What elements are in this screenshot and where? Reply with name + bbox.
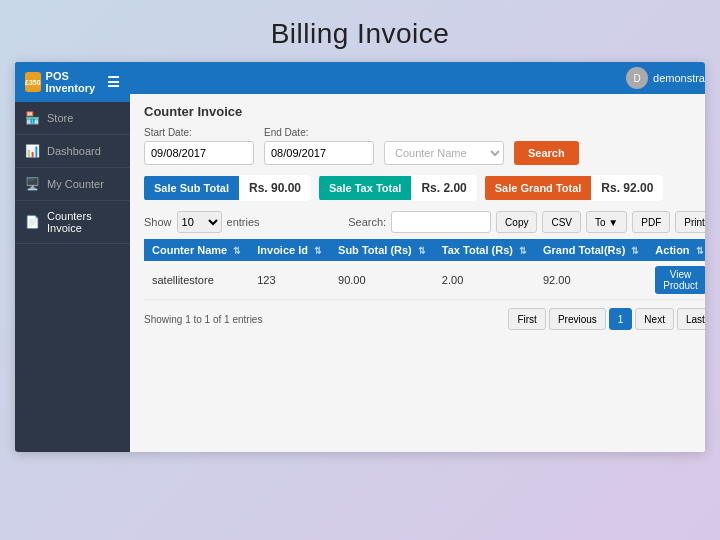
sidebar-item-store[interactable]: 🏪 Store <box>15 102 130 135</box>
sidebar-item-counters-invoice-label: Counters Invoice <box>47 210 120 234</box>
topbar-user: D demonstrator <box>626 67 705 89</box>
page-buttons: First Previous 1 Next Last <box>508 308 705 330</box>
next-page-button[interactable]: Next <box>635 308 674 330</box>
sidebar-logo: £350 <box>25 72 41 92</box>
start-date-input[interactable] <box>144 141 254 165</box>
search-label: Search: <box>348 216 386 228</box>
table-head: Counter Name ⇅ Invoice Id ⇅ Sub Total (R… <box>144 239 705 261</box>
col-action: Action ⇅ <box>647 239 705 261</box>
sidebar-item-store-label: Store <box>47 112 73 124</box>
cell-grand-total: 92.00 <box>535 261 647 300</box>
col-invoice-id: Invoice Id ⇅ <box>249 239 330 261</box>
csv-button[interactable]: CSV <box>542 211 581 233</box>
current-page-button[interactable]: 1 <box>609 308 633 330</box>
sort-icon-sub: ⇅ <box>418 246 426 256</box>
search-button[interactable]: Search <box>514 141 579 165</box>
sort-icon-grand: ⇅ <box>631 246 639 256</box>
pdf-button[interactable]: PDF <box>632 211 670 233</box>
store-icon: 🏪 <box>25 111 40 125</box>
counter-name-group: Counter Name <box>384 127 504 165</box>
sort-icon-invoice: ⇅ <box>314 246 322 256</box>
entries-info: Showing 1 to 1 of 1 entries <box>144 314 262 325</box>
table-controls: Show 10 25 entries Search: Copy CSV To ▼… <box>144 211 705 233</box>
end-date-group: End Date: <box>264 127 374 165</box>
table-header-row: Counter Name ⇅ Invoice Id ⇅ Sub Total (R… <box>144 239 705 261</box>
user-name: demonstrator <box>653 72 705 84</box>
sort-icon-counter: ⇅ <box>233 246 241 256</box>
pagination-row: Showing 1 to 1 of 1 entries First Previo… <box>144 308 705 330</box>
sidebar: £350 POS Inventory ☰ 🏪 Store 📊 Dashboard… <box>15 62 130 452</box>
section-title: Counter Invoice <box>144 104 705 119</box>
cell-tax-total: 2.00 <box>434 261 535 300</box>
table-search-row: Search: Copy CSV To ▼ PDF Print <box>348 211 705 233</box>
invoice-icon: 📄 <box>25 215 40 229</box>
table-search-input[interactable] <box>391 211 491 233</box>
sub-total-value: Rs. 90.00 <box>239 175 311 201</box>
cell-action: View Product <box>647 261 705 300</box>
show-entries: Show 10 25 entries <box>144 211 260 233</box>
menu-icon[interactable]: ☰ <box>107 74 120 90</box>
end-date-label: End Date: <box>264 127 374 138</box>
sort-icon-action: ⇅ <box>696 246 704 256</box>
counter-name-select[interactable]: Counter Name <box>384 141 504 165</box>
grand-total-value: Rs. 92.00 <box>591 175 663 201</box>
summary-tax-total: Sale Tax Total Rs. 2.00 <box>319 175 477 201</box>
sort-icon-tax: ⇅ <box>519 246 527 256</box>
prev-page-button[interactable]: Previous <box>549 308 606 330</box>
sidebar-app-name: POS Inventory <box>46 70 102 94</box>
counter-name-label <box>384 127 504 138</box>
content-area: Counter Invoice Start Date: End Date: Co… <box>130 94 705 452</box>
dashboard-icon: 📊 <box>25 144 40 158</box>
view-product-button[interactable]: View Product <box>655 266 705 294</box>
summary-row: Sale Sub Total Rs. 90.00 Sale Tax Total … <box>144 175 705 201</box>
summary-sub-total: Sale Sub Total Rs. 90.00 <box>144 175 311 201</box>
sidebar-item-dashboard-label: Dashboard <box>47 145 101 157</box>
col-sub-total: Sub Total (Rs) ⇅ <box>330 239 434 261</box>
sidebar-item-counters-invoice[interactable]: 📄 Counters Invoice <box>15 201 130 244</box>
print-button[interactable]: Print <box>675 211 705 233</box>
first-page-button[interactable]: First <box>508 308 545 330</box>
sidebar-item-dashboard[interactable]: 📊 Dashboard <box>15 135 130 168</box>
start-date-group: Start Date: <box>144 127 254 165</box>
cell-sub-total: 90.00 <box>330 261 434 300</box>
col-counter-name: Counter Name ⇅ <box>144 239 249 261</box>
table-row: satellitestore 123 90.00 2.00 92.00 View… <box>144 261 705 300</box>
data-table: Counter Name ⇅ Invoice Id ⇅ Sub Total (R… <box>144 239 705 300</box>
copy-button[interactable]: Copy <box>496 211 537 233</box>
table-body: satellitestore 123 90.00 2.00 92.00 View… <box>144 261 705 300</box>
to-button[interactable]: To ▼ <box>586 211 627 233</box>
main-content: D demonstrator Counter Invoice Start Dat… <box>130 62 705 452</box>
entries-label: entries <box>227 216 260 228</box>
app-container: £350 POS Inventory ☰ 🏪 Store 📊 Dashboard… <box>15 62 705 452</box>
avatar: D <box>626 67 648 89</box>
tax-total-label: Sale Tax Total <box>319 176 411 200</box>
sub-total-label: Sale Sub Total <box>144 176 239 200</box>
filter-row: Start Date: End Date: Counter Name Searc… <box>144 127 705 165</box>
sidebar-header: £350 POS Inventory ☰ <box>15 62 130 102</box>
cell-invoice-id: 123 <box>249 261 330 300</box>
grand-total-label: Sale Grand Total <box>485 176 592 200</box>
last-page-button[interactable]: Last <box>677 308 705 330</box>
cell-counter-name: satellitestore <box>144 261 249 300</box>
col-tax-total: Tax Total (Rs) ⇅ <box>434 239 535 261</box>
sidebar-item-my-counter-label: My Counter <box>47 178 104 190</box>
end-date-input[interactable] <box>264 141 374 165</box>
page-title: Billing Invoice <box>0 0 720 62</box>
counter-icon: 🖥️ <box>25 177 40 191</box>
sidebar-item-my-counter[interactable]: 🖥️ My Counter <box>15 168 130 201</box>
entries-select[interactable]: 10 25 <box>177 211 222 233</box>
col-grand-total: Grand Total(Rs) ⇅ <box>535 239 647 261</box>
start-date-label: Start Date: <box>144 127 254 138</box>
summary-grand-total: Sale Grand Total Rs. 92.00 <box>485 175 664 201</box>
show-label: Show <box>144 216 172 228</box>
tax-total-value: Rs. 2.00 <box>411 175 476 201</box>
topbar: D demonstrator <box>130 62 705 94</box>
